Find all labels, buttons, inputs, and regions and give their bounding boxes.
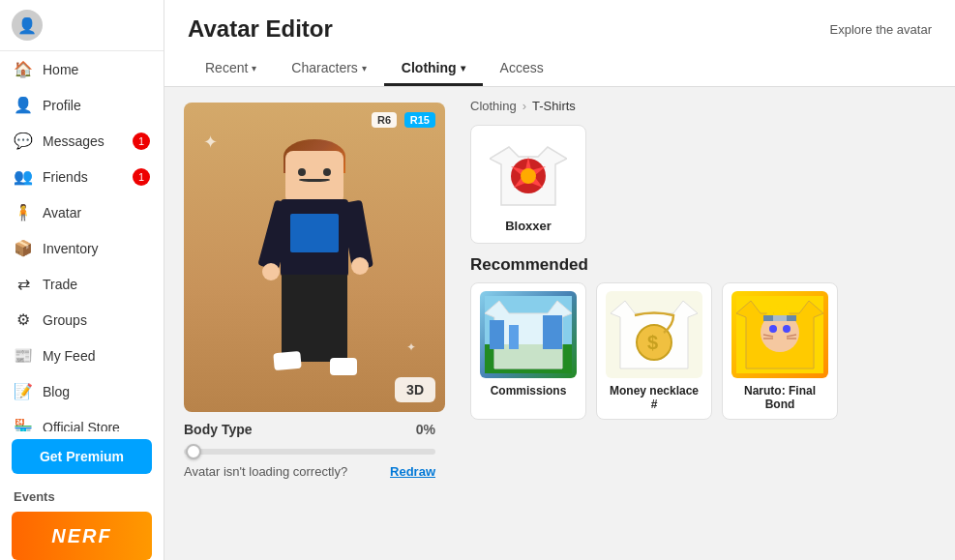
redraw-button[interactable]: Redraw [390,464,435,479]
selected-item-card[interactable]: Bloxxer [470,125,586,244]
rec-name-money: Money necklace # [605,384,703,411]
messages-badge: 1 [133,133,150,150]
breadcrumb-separator: › [522,99,526,113]
sidebar: 👤 🏠 Home 👤 Profile 💬 Messages 1 👥 Friend… [0,0,164,560]
tab-clothing[interactable]: Clothing ▾ [384,52,483,86]
sidebar-item-label: Inventory [43,241,99,256]
tab-recent[interactable]: Recent ▾ [188,52,274,86]
get-premium-button[interactable]: Get Premium [12,439,152,474]
sidebar-item-label: Groups [43,312,87,328]
recommended-section: Recommended [470,255,940,420]
svg-rect-7 [490,320,504,349]
user-avatar: 👤 [12,10,43,41]
rec-img-naruto [731,291,828,378]
body-type-row: Body Type 0% [184,422,435,437]
body-type-slider[interactable] [184,449,435,455]
myfeed-icon: 📰 [14,346,33,365]
rec-img-commissions [480,291,577,378]
events-section-label: Events [0,482,164,508]
friends-icon: 👥 [14,167,33,186]
avatar-icon: 🧍 [14,203,33,221]
recommended-title: Recommended [470,255,940,275]
commissions-svg [485,296,572,373]
sidebar-item-label: Blog [43,384,70,399]
main-content: Avatar Editor Explore the avatar Recent … [164,0,955,560]
sidebar-item-official-store[interactable]: 🏪 Official Store [0,409,164,431]
avatar-viewport: ✦ ✦ [184,103,445,412]
avatar-figure [247,132,382,383]
sidebar-item-label: Messages [43,133,104,149]
rec-card-naruto[interactable]: Naruto: Final Bond [722,282,838,420]
rec-name-commissions: Commissions [491,384,567,398]
breadcrumb-current: T-Shirts [532,99,576,113]
sidebar-item-profile[interactable]: 👤 Profile [0,87,164,123]
sidebar-item-label: Friends [43,169,88,185]
rec-card-commissions[interactable]: Commissions [470,282,586,420]
sidebar-item-groups[interactable]: ⚙ Groups [0,302,164,338]
tab-characters[interactable]: Characters ▾ [274,52,383,86]
chevron-down-icon: ▾ [362,63,367,74]
slider-thumb[interactable] [186,444,201,459]
breadcrumb: Clothing › T-Shirts [470,99,940,113]
main-header: Avatar Editor Explore the avatar Recent … [164,0,955,87]
tab-characters-label: Characters [291,60,357,75]
sidebar-item-friends[interactable]: 👥 Friends 1 [0,159,164,194]
sidebar-item-messages[interactable]: 💬 Messages 1 [0,123,164,159]
money-svg: $ [611,296,698,373]
view-3d-button[interactable]: 3D [395,377,435,402]
avatar-shirt [290,214,339,252]
sidebar-item-inventory[interactable]: 📦 Inventory [0,230,164,266]
svg-text:$: $ [647,332,658,353]
recommended-grid: Commissions $ [470,282,940,420]
store-icon: 🏪 [14,418,33,431]
sidebar-item-home[interactable]: 🏠 Home [0,51,164,87]
body-type-value: 0% [416,422,435,437]
sidebar-item-label: Avatar [43,205,81,221]
home-icon: 🏠 [14,60,33,78]
naruto-svg [736,296,823,373]
svg-rect-8 [509,325,519,349]
tab-clothing-label: Clothing [402,60,457,75]
sidebar-item-trade[interactable]: ⇄ Trade [0,266,164,302]
tab-access-label: Access [500,60,544,75]
events-banner: NERF [12,512,152,560]
friends-badge: 1 [133,168,150,186]
nav-tabs: Recent ▾ Characters ▾ Clothing ▾ Access [188,52,932,86]
sparkle-decoration: ✦ [203,132,218,153]
rec-card-money[interactable]: $ Money necklace # [596,282,712,420]
breadcrumb-parent[interactable]: Clothing [470,99,517,113]
messages-icon: 💬 [14,132,33,150]
sidebar-item-label: Official Store [43,420,120,432]
profile-icon: 👤 [14,96,33,114]
tab-recent-label: Recent [205,60,248,75]
avatar-left-foot [273,351,301,370]
avatar-error-text: Avatar isn't loading correctly? [184,464,347,479]
sidebar-item-myfeed[interactable]: 📰 My Feed [0,338,164,373]
selected-item-name: Bloxxer [505,219,552,233]
avatar-head [285,151,343,204]
chevron-down-icon: ▾ [252,63,256,74]
explore-text: Explore the avatar [829,22,932,37]
rec-img-money: $ [606,291,702,378]
sidebar-user: 👤 [0,0,164,51]
sidebar-item-blog[interactable]: 📝 Blog [0,373,164,409]
avatar-error-row: Avatar isn't loading correctly? Redraw [184,464,435,479]
badge-r6[interactable]: R6 [372,112,397,128]
sidebar-nav: 🏠 Home 👤 Profile 💬 Messages 1 👥 Friends … [0,51,164,431]
avatar-panel: ✦ ✦ [164,87,455,560]
badge-r15[interactable]: R15 [404,112,435,128]
avatar-left-hand [262,263,280,280]
blog-icon: 📝 [14,382,33,400]
tab-access[interactable]: Access [483,52,561,86]
sidebar-item-label: Home [43,62,78,77]
page-title: Avatar Editor [188,15,333,43]
right-panel: Clothing › T-Shirts Bloxxer [455,87,955,560]
sidebar-item-avatar[interactable]: 🧍 Avatar [0,194,164,230]
sidebar-item-label: Trade [43,277,77,292]
svg-point-23 [783,325,791,333]
content-area: ✦ ✦ [164,87,955,560]
svg-point-3 [521,168,536,184]
selected-item-image [485,135,572,213]
sparkle-decoration-2: ✦ [406,340,416,354]
nerf-logo: NERF [12,512,152,560]
